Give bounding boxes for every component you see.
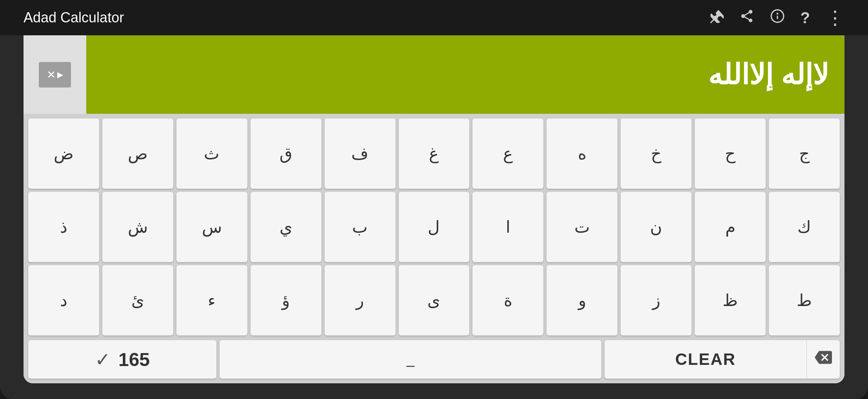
key-ain[interactable]: ع [472, 118, 543, 189]
key-ta-marbuta[interactable]: ة [472, 265, 543, 335]
key-shin[interactable]: ش [102, 192, 173, 262]
title-bar-icons: ? ⋮ [709, 7, 844, 29]
key-dad[interactable]: ض [28, 118, 99, 189]
backspace-arrow: ▶ [57, 70, 63, 79]
bottom-row: ✓ 165 _ CLEAR [24, 340, 844, 383]
help-icon[interactable]: ? [801, 9, 810, 27]
backspace-column: ✕ ▶ [24, 35, 86, 114]
key-meem[interactable]: م [695, 192, 766, 262]
clear-group: CLEAR [605, 340, 840, 379]
key-alef[interactable]: ا [472, 192, 543, 262]
key-dal[interactable]: د [28, 265, 99, 335]
key-sin[interactable]: س [176, 192, 247, 262]
key-ra[interactable]: ر [325, 265, 396, 335]
key-zah[interactable]: ظ [695, 265, 766, 335]
key-ya[interactable]: ي [251, 192, 321, 262]
key-zal[interactable]: ذ [28, 192, 99, 262]
wrench-icon[interactable] [709, 9, 724, 27]
keyboard-row-3: د ئ ء ؤ ر ى ة و ز ظ ط [28, 265, 840, 335]
bottom-backspace-button[interactable] [806, 340, 840, 379]
key-ghain[interactable]: غ [399, 118, 470, 189]
bottom-backspace-icon [815, 351, 832, 370]
key-jeem[interactable]: ج [769, 118, 840, 189]
key-fa[interactable]: ف [325, 118, 396, 189]
title-bar: Adad Calculator ? ⋮ [0, 0, 868, 35]
keyboard-row-1: ض ص ث ق ف غ ع ه خ ح ج [28, 118, 840, 189]
checkmark-icon: ✓ [95, 348, 111, 370]
keyboard-row-2: ذ ش س ي ب ل ا ت ن م ك [28, 192, 840, 262]
backspace-button[interactable]: ✕ ▶ [39, 62, 71, 87]
display-area: ✕ ▶ لاإله إلاالله [24, 35, 844, 114]
key-ba[interactable]: ب [325, 192, 396, 262]
app-title: Adad Calculator [24, 9, 709, 26]
key-waw[interactable]: و [547, 265, 617, 335]
text-display: لاإله إلاالله [86, 35, 844, 114]
key-hah[interactable]: ح [695, 118, 766, 189]
key-tah[interactable]: ط [769, 265, 840, 335]
keyboard-area: ض ص ث ق ف غ ع ه خ ح ج ذ ش س ي ب ل ا [24, 114, 844, 340]
key-waw-hamza[interactable]: ؤ [251, 265, 321, 335]
backspace-x-label: ✕ [47, 68, 56, 81]
info-icon[interactable] [770, 9, 785, 27]
key-lam[interactable]: ل [399, 192, 470, 262]
key-noon[interactable]: ن [621, 192, 692, 262]
key-zain[interactable]: ز [621, 265, 692, 335]
more-menu-icon[interactable]: ⋮ [826, 7, 844, 29]
key-kha[interactable]: خ [621, 118, 692, 189]
key-alef-maqsura[interactable]: ى [399, 265, 470, 335]
input-text: لاإله إلاالله [708, 58, 829, 91]
key-hamza[interactable]: ء [176, 265, 247, 335]
number-display: 165 [118, 349, 150, 370]
key-ta[interactable]: ت [547, 192, 617, 262]
underscore-label: _ [407, 351, 414, 368]
key-sad[interactable]: ص [102, 118, 173, 189]
key-kaf[interactable]: ك [769, 192, 840, 262]
key-hamza-ya[interactable]: ئ [102, 265, 173, 335]
app-container: ✕ ▶ لاإله إلاالله ض ص ث ق ف غ ع ه خ ح [24, 35, 844, 383]
space-button[interactable]: _ [220, 340, 601, 379]
clear-button[interactable]: CLEAR [605, 340, 806, 379]
share-icon[interactable] [739, 9, 754, 27]
confirm-button[interactable]: ✓ 165 [28, 340, 216, 379]
key-qaf[interactable]: ق [251, 118, 321, 189]
key-tha[interactable]: ث [176, 118, 247, 189]
key-ha[interactable]: ه [547, 118, 617, 189]
